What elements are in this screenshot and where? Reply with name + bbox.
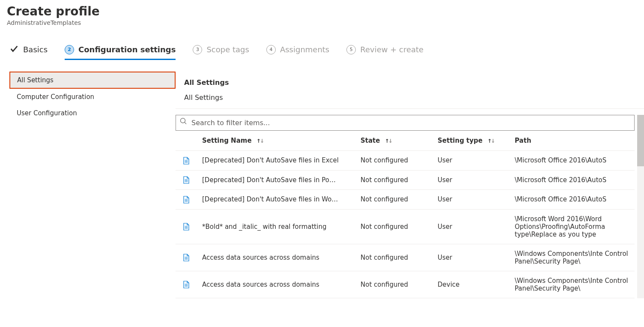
column-header-path[interactable]: Path xyxy=(510,131,635,151)
column-header-label: Path xyxy=(515,137,531,144)
cell-path: \Microsoft Office 2016\AutoS xyxy=(510,190,635,210)
step-label: Assignments xyxy=(280,45,329,54)
page-subtitle: AdministrativeTemplates xyxy=(7,19,637,26)
cell-setting-name: [Deprecated] Don't AutoSave files in Exc… xyxy=(197,151,355,171)
step-number-icon: 2 xyxy=(65,45,74,54)
cell-setting-name: [Deprecated] Don't AutoSave files in Po… xyxy=(197,170,355,190)
step-label: Basics xyxy=(23,45,48,54)
sidebar: All Settings Computer Configuration User… xyxy=(0,72,176,121)
column-header-name[interactable]: Setting Name ↑↓ xyxy=(197,131,355,151)
cell-state: Not configured xyxy=(355,209,432,244)
table-row[interactable]: *Bold* and _italic_ with real formatting… xyxy=(176,209,635,244)
cell-setting-type: User xyxy=(432,209,510,244)
check-icon xyxy=(9,44,19,55)
cell-setting-type: User xyxy=(432,151,510,171)
cell-state: Not configured xyxy=(355,271,432,298)
table-row[interactable]: [Deprecated] Don't AutoSave files in Po…… xyxy=(176,170,635,190)
step-review-create[interactable]: 5 Review + create xyxy=(346,45,423,60)
cell-path: \Windows Components\Inte Control Panel\S… xyxy=(510,271,635,298)
document-icon xyxy=(183,196,190,204)
cell-state: Not configured xyxy=(355,190,432,210)
content-heading: All Settings xyxy=(176,72,644,90)
sidebar-item-all-settings[interactable]: All Settings xyxy=(9,72,176,89)
document-icon xyxy=(183,176,190,184)
breadcrumb: All Settings xyxy=(176,90,644,109)
cell-setting-type: User xyxy=(432,190,510,210)
column-header-label: State xyxy=(361,137,380,144)
page-title: Create profile xyxy=(7,4,637,18)
cell-path: \Microsoft Office 2016\AutoS xyxy=(510,170,635,190)
step-number-icon: 5 xyxy=(346,45,356,54)
document-icon xyxy=(183,281,190,288)
step-scope-tags[interactable]: 3 Scope tags xyxy=(193,45,249,60)
sort-icon: ↑↓ xyxy=(385,138,392,144)
svg-point-0 xyxy=(181,118,185,123)
step-label: Scope tags xyxy=(206,45,249,54)
column-header-label: Setting Name xyxy=(202,137,252,144)
document-icon xyxy=(183,254,190,261)
cell-setting-name: *Bold* and _italic_ with real formatting xyxy=(197,209,355,244)
column-header-type[interactable]: Setting type ↑↓ xyxy=(432,131,510,151)
cell-path: \Microsoft Office 2016\AutoS xyxy=(510,151,635,171)
search-icon xyxy=(180,117,187,126)
document-icon xyxy=(183,157,190,165)
sort-icon: ↑↓ xyxy=(256,138,263,144)
cell-setting-name: Access data sources across domains xyxy=(197,271,355,298)
step-assignments[interactable]: 4 Assignments xyxy=(266,45,329,60)
cell-path: \Windows Components\Inte Control Panel\S… xyxy=(510,244,635,271)
scrollbar[interactable] xyxy=(637,115,644,298)
sidebar-item-label: All Settings xyxy=(17,76,54,84)
cell-setting-type: Device xyxy=(432,271,510,298)
column-header-state[interactable]: State ↑↓ xyxy=(355,131,432,151)
main-content: All Settings All Settings xyxy=(176,72,644,298)
cell-state: Not configured xyxy=(355,170,432,190)
table-row[interactable]: [Deprecated] Don't AutoSave files in Exc… xyxy=(176,151,635,171)
search-input[interactable] xyxy=(176,115,635,131)
scrollbar-thumb[interactable] xyxy=(637,115,644,166)
document-icon xyxy=(183,223,190,231)
wizard-steps: Basics 2 Configuration settings 3 Scope … xyxy=(0,29,644,60)
sidebar-item-label: User Configuration xyxy=(17,109,77,117)
svg-line-1 xyxy=(185,122,186,124)
cell-state: Not configured xyxy=(355,244,432,271)
step-label: Configuration settings xyxy=(78,45,176,54)
step-basics[interactable]: Basics xyxy=(9,44,48,60)
cell-setting-type: User xyxy=(432,170,510,190)
step-label: Review + create xyxy=(360,45,423,54)
cell-setting-type: User xyxy=(432,244,510,271)
cell-setting-name: [Deprecated] Don't AutoSave files in Wo… xyxy=(197,190,355,210)
sort-icon: ↑↓ xyxy=(487,138,494,144)
table-row[interactable]: [Deprecated] Don't AutoSave files in Wo…… xyxy=(176,190,635,210)
table-row[interactable]: Access data sources across domainsNot co… xyxy=(176,271,635,298)
settings-table: Setting Name ↑↓ State ↑↓ Setting type ↑↓ xyxy=(176,131,635,298)
cell-setting-name: Access data sources across domains xyxy=(197,244,355,271)
table-row[interactable]: Access data sources across domainsNot co… xyxy=(176,244,635,271)
column-header-label: Setting type xyxy=(438,137,483,144)
step-number-icon: 3 xyxy=(193,45,202,54)
sidebar-item-computer-configuration[interactable]: Computer Configuration xyxy=(9,89,176,105)
step-number-icon: 4 xyxy=(266,45,276,54)
sidebar-item-user-configuration[interactable]: User Configuration xyxy=(9,105,176,121)
page-header: Create profile AdministrativeTemplates xyxy=(0,0,644,29)
cell-state: Not configured xyxy=(355,151,432,171)
cell-path: \Microsoft Word 2016\Word Options\Proofi… xyxy=(510,209,635,244)
step-configuration-settings[interactable]: 2 Configuration settings xyxy=(65,45,176,60)
sidebar-item-label: Computer Configuration xyxy=(17,93,94,101)
